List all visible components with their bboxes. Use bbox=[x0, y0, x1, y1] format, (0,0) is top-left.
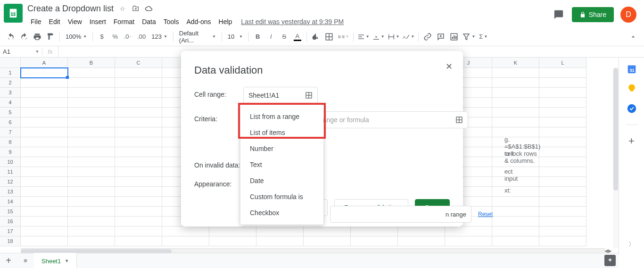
row-header[interactable]: 7 bbox=[0, 127, 21, 137]
select-range-icon[interactable] bbox=[455, 116, 463, 124]
cell[interactable] bbox=[68, 197, 115, 207]
cell[interactable] bbox=[68, 108, 115, 117]
bold-icon[interactable]: B bbox=[252, 31, 264, 43]
cell[interactable] bbox=[539, 98, 586, 108]
cell[interactable] bbox=[115, 137, 162, 147]
row-header[interactable]: 8 bbox=[0, 137, 21, 147]
cell[interactable] bbox=[115, 108, 162, 117]
row-header[interactable]: 2 bbox=[0, 78, 21, 88]
menu-addons[interactable]: Add-ons bbox=[183, 16, 214, 27]
functions-icon[interactable]: Σ▼ bbox=[477, 31, 489, 43]
name-box[interactable]: A1▼ bbox=[0, 48, 42, 55]
cell[interactable] bbox=[492, 226, 539, 236]
col-header[interactable]: B bbox=[68, 58, 115, 68]
cell[interactable] bbox=[539, 88, 586, 98]
cell[interactable] bbox=[21, 207, 68, 217]
hide-side-panel-icon[interactable]: 〉 bbox=[626, 239, 637, 250]
row-header[interactable]: 16 bbox=[0, 217, 21, 226]
cell[interactable] bbox=[21, 127, 68, 137]
row-header[interactable]: 14 bbox=[0, 197, 21, 207]
cell[interactable] bbox=[492, 98, 539, 108]
cell[interactable] bbox=[539, 226, 586, 236]
cell[interactable] bbox=[492, 68, 539, 78]
cell[interactable] bbox=[539, 157, 586, 167]
tasks-icon[interactable] bbox=[626, 103, 637, 114]
cell[interactable] bbox=[115, 157, 162, 167]
row-header[interactable]: 5 bbox=[0, 108, 21, 117]
row-header[interactable]: 6 bbox=[0, 117, 21, 127]
row-header[interactable]: 17 bbox=[0, 226, 21, 236]
cell[interactable] bbox=[492, 108, 539, 117]
cell[interactable] bbox=[21, 108, 68, 117]
cell[interactable] bbox=[115, 167, 162, 177]
criteria-option[interactable]: List from a range bbox=[240, 109, 323, 125]
cell[interactable] bbox=[539, 167, 586, 177]
text-color-icon[interactable]: A bbox=[291, 31, 304, 43]
cell[interactable] bbox=[492, 117, 539, 127]
col-header[interactable]: A bbox=[21, 58, 68, 68]
cell[interactable] bbox=[445, 236, 492, 246]
redo-icon[interactable] bbox=[18, 31, 30, 43]
cell[interactable] bbox=[398, 236, 445, 246]
cell[interactable] bbox=[68, 187, 115, 197]
cell[interactable] bbox=[115, 236, 162, 246]
cell[interactable] bbox=[115, 197, 162, 207]
chart-icon[interactable] bbox=[448, 31, 460, 43]
rotate-icon[interactable]: A▼ bbox=[401, 31, 415, 43]
reset-link[interactable]: Reset bbox=[478, 211, 493, 218]
cell[interactable] bbox=[539, 68, 586, 78]
font-size-dropdown[interactable]: 10▼ bbox=[225, 31, 246, 43]
percent-icon[interactable]: % bbox=[109, 31, 121, 43]
add-sheet-icon[interactable]: + bbox=[0, 253, 17, 268]
criteria-range-input[interactable]: er a range or formula bbox=[302, 111, 468, 128]
cell-range-input[interactable]: Sheet1!A1 bbox=[243, 87, 318, 104]
cloud-icon[interactable] bbox=[145, 4, 153, 13]
cell[interactable] bbox=[68, 117, 115, 127]
cell[interactable] bbox=[162, 236, 209, 246]
font-dropdown[interactable]: Default (Ari...▼ bbox=[176, 31, 219, 43]
cell[interactable] bbox=[539, 137, 586, 147]
all-sheets-icon[interactable]: ≡ bbox=[17, 253, 34, 268]
select-all-corner[interactable] bbox=[0, 58, 21, 68]
validation-help-input[interactable]: n range bbox=[330, 206, 471, 223]
cell[interactable] bbox=[539, 127, 586, 137]
criteria-option[interactable]: Text bbox=[240, 157, 323, 173]
cell[interactable] bbox=[304, 226, 351, 236]
cell[interactable] bbox=[21, 236, 68, 246]
cell[interactable] bbox=[68, 147, 115, 157]
cell[interactable] bbox=[68, 88, 115, 98]
cell[interactable] bbox=[115, 177, 162, 187]
cell[interactable] bbox=[68, 207, 115, 217]
criteria-option[interactable]: List of items bbox=[240, 125, 323, 141]
row-header[interactable]: 3 bbox=[0, 88, 21, 98]
cell[interactable] bbox=[21, 88, 68, 98]
cell[interactable] bbox=[304, 236, 351, 246]
print-icon[interactable] bbox=[31, 31, 43, 43]
cell[interactable] bbox=[21, 217, 68, 226]
cell[interactable] bbox=[115, 226, 162, 236]
cell[interactable] bbox=[21, 187, 68, 197]
row-header[interactable]: 15 bbox=[0, 207, 21, 217]
row-header[interactable]: 4 bbox=[0, 98, 21, 108]
move-icon[interactable] bbox=[132, 4, 140, 13]
col-header[interactable]: C bbox=[115, 58, 162, 68]
more-formats-dropdown[interactable]: 123▼ bbox=[149, 31, 170, 43]
cell[interactable] bbox=[21, 117, 68, 127]
cell[interactable] bbox=[115, 127, 162, 137]
cell[interactable] bbox=[68, 157, 115, 167]
fill-color-icon[interactable] bbox=[310, 31, 322, 43]
cell[interactable] bbox=[209, 226, 256, 236]
cell[interactable] bbox=[21, 226, 68, 236]
share-button[interactable]: Share bbox=[572, 7, 614, 22]
comment-icon[interactable] bbox=[435, 31, 447, 43]
explore-icon[interactable] bbox=[604, 255, 616, 266]
col-header[interactable]: K bbox=[492, 58, 539, 68]
paint-format-icon[interactable] bbox=[44, 31, 57, 43]
add-addon-icon[interactable]: + bbox=[626, 135, 637, 147]
cell[interactable] bbox=[21, 137, 68, 147]
cell[interactable] bbox=[162, 226, 209, 236]
cell[interactable] bbox=[492, 197, 539, 207]
merge-icon[interactable]: ▼ bbox=[336, 31, 350, 43]
cell[interactable] bbox=[492, 236, 539, 246]
cell[interactable] bbox=[351, 226, 398, 236]
